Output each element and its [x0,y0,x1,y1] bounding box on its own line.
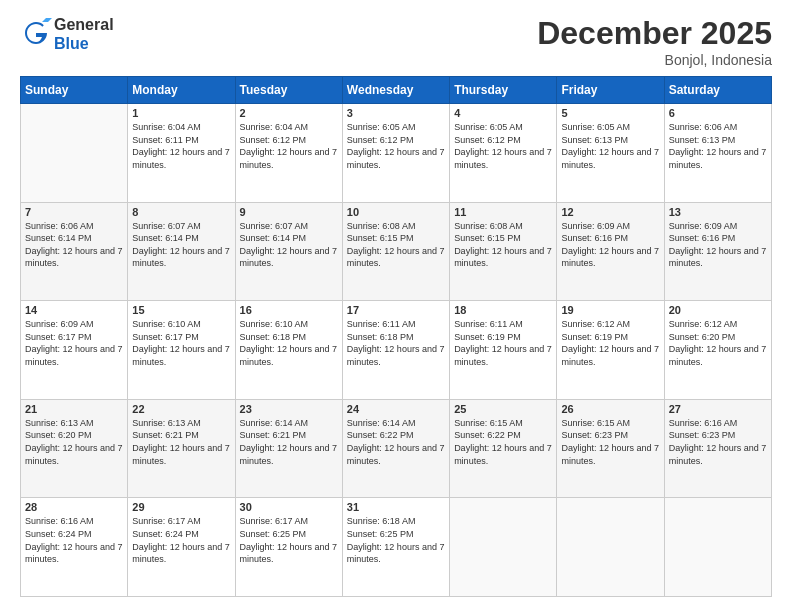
day-number: 12 [561,206,659,218]
weekday-header-sunday: Sunday [21,77,128,104]
calendar-cell: 12Sunrise: 6:09 AMSunset: 6:16 PMDayligh… [557,202,664,301]
day-number: 17 [347,304,445,316]
calendar-cell: 20Sunrise: 6:12 AMSunset: 6:20 PMDayligh… [664,301,771,400]
day-info: Sunrise: 6:17 AMSunset: 6:24 PMDaylight:… [132,515,230,565]
day-number: 4 [454,107,552,119]
calendar-cell: 3Sunrise: 6:05 AMSunset: 6:12 PMDaylight… [342,104,449,203]
day-number: 21 [25,403,123,415]
day-number: 9 [240,206,338,218]
day-info: Sunrise: 6:12 AMSunset: 6:19 PMDaylight:… [561,318,659,368]
calendar-cell: 9Sunrise: 6:07 AMSunset: 6:14 PMDaylight… [235,202,342,301]
calendar-week-row: 1Sunrise: 6:04 AMSunset: 6:11 PMDaylight… [21,104,772,203]
calendar-cell: 25Sunrise: 6:15 AMSunset: 6:22 PMDayligh… [450,399,557,498]
day-info: Sunrise: 6:13 AMSunset: 6:20 PMDaylight:… [25,417,123,467]
day-number: 8 [132,206,230,218]
day-info: Sunrise: 6:10 AMSunset: 6:17 PMDaylight:… [132,318,230,368]
logo-text: General Blue [54,15,114,53]
day-info: Sunrise: 6:07 AMSunset: 6:14 PMDaylight:… [240,220,338,270]
calendar-cell: 18Sunrise: 6:11 AMSunset: 6:19 PMDayligh… [450,301,557,400]
day-number: 7 [25,206,123,218]
location: Bonjol, Indonesia [537,52,772,68]
day-info: Sunrise: 6:18 AMSunset: 6:25 PMDaylight:… [347,515,445,565]
calendar-cell: 19Sunrise: 6:12 AMSunset: 6:19 PMDayligh… [557,301,664,400]
day-info: Sunrise: 6:09 AMSunset: 6:16 PMDaylight:… [561,220,659,270]
day-info: Sunrise: 6:06 AMSunset: 6:14 PMDaylight:… [25,220,123,270]
calendar-cell [664,498,771,597]
calendar-week-row: 7Sunrise: 6:06 AMSunset: 6:14 PMDaylight… [21,202,772,301]
calendar-cell: 27Sunrise: 6:16 AMSunset: 6:23 PMDayligh… [664,399,771,498]
day-number: 16 [240,304,338,316]
day-number: 31 [347,501,445,513]
calendar-cell: 23Sunrise: 6:14 AMSunset: 6:21 PMDayligh… [235,399,342,498]
day-info: Sunrise: 6:05 AMSunset: 6:13 PMDaylight:… [561,121,659,171]
day-number: 30 [240,501,338,513]
calendar-cell: 1Sunrise: 6:04 AMSunset: 6:11 PMDaylight… [128,104,235,203]
day-number: 18 [454,304,552,316]
day-info: Sunrise: 6:09 AMSunset: 6:16 PMDaylight:… [669,220,767,270]
calendar-week-row: 14Sunrise: 6:09 AMSunset: 6:17 PMDayligh… [21,301,772,400]
calendar-cell: 7Sunrise: 6:06 AMSunset: 6:14 PMDaylight… [21,202,128,301]
day-info: Sunrise: 6:11 AMSunset: 6:19 PMDaylight:… [454,318,552,368]
day-info: Sunrise: 6:09 AMSunset: 6:17 PMDaylight:… [25,318,123,368]
calendar-cell: 2Sunrise: 6:04 AMSunset: 6:12 PMDaylight… [235,104,342,203]
day-number: 2 [240,107,338,119]
day-info: Sunrise: 6:14 AMSunset: 6:22 PMDaylight:… [347,417,445,467]
calendar-cell [450,498,557,597]
day-info: Sunrise: 6:16 AMSunset: 6:23 PMDaylight:… [669,417,767,467]
day-info: Sunrise: 6:11 AMSunset: 6:18 PMDaylight:… [347,318,445,368]
logo: General Blue [20,15,114,53]
day-number: 14 [25,304,123,316]
calendar-cell [557,498,664,597]
day-number: 6 [669,107,767,119]
day-info: Sunrise: 6:15 AMSunset: 6:23 PMDaylight:… [561,417,659,467]
calendar-week-row: 28Sunrise: 6:16 AMSunset: 6:24 PMDayligh… [21,498,772,597]
day-number: 23 [240,403,338,415]
day-number: 13 [669,206,767,218]
day-number: 5 [561,107,659,119]
calendar-cell: 24Sunrise: 6:14 AMSunset: 6:22 PMDayligh… [342,399,449,498]
calendar-cell: 16Sunrise: 6:10 AMSunset: 6:18 PMDayligh… [235,301,342,400]
day-number: 28 [25,501,123,513]
weekday-header-tuesday: Tuesday [235,77,342,104]
calendar-cell: 28Sunrise: 6:16 AMSunset: 6:24 PMDayligh… [21,498,128,597]
header: General Blue December 2025 Bonjol, Indon… [20,15,772,68]
day-info: Sunrise: 6:10 AMSunset: 6:18 PMDaylight:… [240,318,338,368]
weekday-header-friday: Friday [557,77,664,104]
weekday-header-saturday: Saturday [664,77,771,104]
day-number: 15 [132,304,230,316]
day-number: 24 [347,403,445,415]
calendar-table: SundayMondayTuesdayWednesdayThursdayFrid… [20,76,772,597]
day-number: 29 [132,501,230,513]
calendar-cell: 4Sunrise: 6:05 AMSunset: 6:12 PMDaylight… [450,104,557,203]
day-number: 11 [454,206,552,218]
calendar-cell: 26Sunrise: 6:15 AMSunset: 6:23 PMDayligh… [557,399,664,498]
calendar-week-row: 21Sunrise: 6:13 AMSunset: 6:20 PMDayligh… [21,399,772,498]
day-info: Sunrise: 6:05 AMSunset: 6:12 PMDaylight:… [454,121,552,171]
calendar-cell: 11Sunrise: 6:08 AMSunset: 6:15 PMDayligh… [450,202,557,301]
calendar-cell: 10Sunrise: 6:08 AMSunset: 6:15 PMDayligh… [342,202,449,301]
day-info: Sunrise: 6:15 AMSunset: 6:22 PMDaylight:… [454,417,552,467]
day-info: Sunrise: 6:04 AMSunset: 6:12 PMDaylight:… [240,121,338,171]
calendar-cell: 15Sunrise: 6:10 AMSunset: 6:17 PMDayligh… [128,301,235,400]
day-info: Sunrise: 6:04 AMSunset: 6:11 PMDaylight:… [132,121,230,171]
calendar-cell: 31Sunrise: 6:18 AMSunset: 6:25 PMDayligh… [342,498,449,597]
logo-icon [20,18,52,50]
day-number: 26 [561,403,659,415]
day-info: Sunrise: 6:14 AMSunset: 6:21 PMDaylight:… [240,417,338,467]
calendar-cell: 22Sunrise: 6:13 AMSunset: 6:21 PMDayligh… [128,399,235,498]
calendar-cell: 6Sunrise: 6:06 AMSunset: 6:13 PMDaylight… [664,104,771,203]
day-number: 1 [132,107,230,119]
page: General Blue December 2025 Bonjol, Indon… [0,0,792,612]
day-info: Sunrise: 6:13 AMSunset: 6:21 PMDaylight:… [132,417,230,467]
day-number: 3 [347,107,445,119]
day-info: Sunrise: 6:06 AMSunset: 6:13 PMDaylight:… [669,121,767,171]
day-info: Sunrise: 6:07 AMSunset: 6:14 PMDaylight:… [132,220,230,270]
weekday-header-thursday: Thursday [450,77,557,104]
day-info: Sunrise: 6:16 AMSunset: 6:24 PMDaylight:… [25,515,123,565]
calendar-cell [21,104,128,203]
day-number: 20 [669,304,767,316]
calendar-cell: 8Sunrise: 6:07 AMSunset: 6:14 PMDaylight… [128,202,235,301]
title-block: December 2025 Bonjol, Indonesia [537,15,772,68]
calendar-cell: 5Sunrise: 6:05 AMSunset: 6:13 PMDaylight… [557,104,664,203]
day-number: 10 [347,206,445,218]
